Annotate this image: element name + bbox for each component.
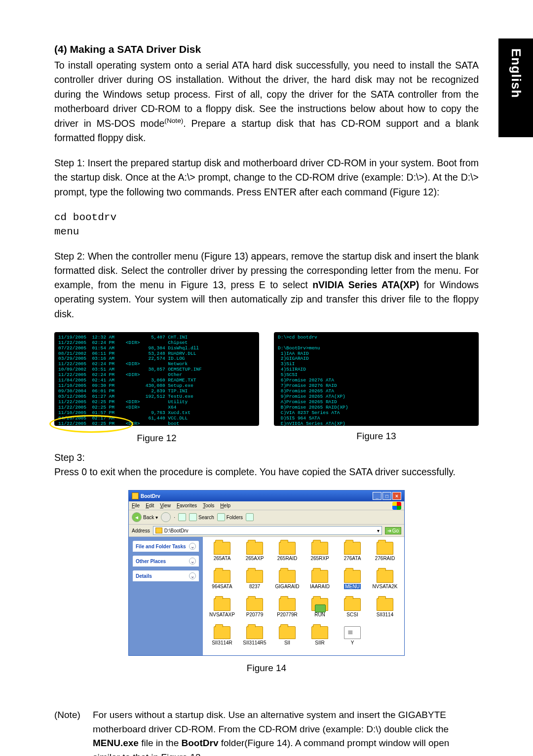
file-icon-265RAID[interactable]: 265RAID bbox=[272, 542, 303, 561]
file-icon-SII3114R[interactable]: SII3114R bbox=[207, 626, 237, 645]
divider-1: · bbox=[174, 515, 175, 520]
file-icon-P20779R[interactable]: P20779R bbox=[272, 598, 303, 617]
forward-button[interactable] bbox=[161, 512, 171, 522]
folders-label: Folders bbox=[227, 515, 243, 520]
cmd-line-2: menu bbox=[54, 225, 479, 239]
step2-text-c: to select bbox=[266, 279, 313, 290]
file-label: 276RAID bbox=[375, 556, 395, 561]
file-icon-SII3114[interactable]: SII3114 bbox=[370, 598, 400, 617]
file-icon-RUN[interactable]: RUN bbox=[305, 598, 335, 617]
view-mode-button[interactable] bbox=[246, 513, 254, 521]
go-label: Go bbox=[392, 528, 399, 533]
file-icon-SIIR[interactable]: SIIR bbox=[305, 626, 335, 645]
tasks-pane: File and Folder Tasks⌄ Other Places⌄ Det… bbox=[129, 537, 203, 655]
address-path: D:\BootDrv bbox=[164, 528, 189, 533]
up-icon[interactable] bbox=[178, 513, 186, 521]
folder-icon bbox=[214, 542, 230, 555]
file-icon-IAARAID[interactable]: IAARAID bbox=[305, 570, 335, 589]
folders-button[interactable]: Folders bbox=[217, 513, 243, 521]
file-icon-MENU[interactable]: MENU bbox=[337, 570, 368, 589]
menu-view[interactable]: View bbox=[160, 503, 171, 508]
menu-help[interactable]: Help bbox=[220, 503, 230, 508]
file-icon-Y[interactable]: Y bbox=[337, 626, 368, 645]
maximize-button[interactable]: □ bbox=[382, 492, 391, 500]
file-icon-265AXP[interactable]: 265AXP bbox=[239, 542, 270, 561]
ini-icon bbox=[344, 626, 361, 639]
address-field[interactable]: D:\BootDrv ▾ bbox=[153, 526, 382, 535]
note-text: For users without a startup disk. Use an… bbox=[93, 708, 479, 756]
back-arrow-icon: ◄ bbox=[132, 512, 142, 522]
file-label: NVSATAXP bbox=[209, 612, 235, 617]
file-label: GIGARAID bbox=[275, 584, 300, 589]
folder-icon bbox=[246, 570, 263, 583]
menu-file[interactable]: File bbox=[132, 503, 140, 508]
file-label: Y bbox=[351, 640, 354, 645]
file-label: MENU bbox=[344, 584, 360, 589]
figures-row: 11/19/2005 12:32 AM 5,407 CHT.INI 11/22/… bbox=[54, 332, 479, 444]
file-label: P20779 bbox=[246, 612, 263, 617]
figure12-caption: Figure 12 bbox=[54, 433, 259, 444]
chevron-icon[interactable]: ⌄ bbox=[189, 543, 196, 550]
address-dropdown-icon[interactable]: ▾ bbox=[377, 528, 380, 533]
file-label: P20779R bbox=[277, 612, 298, 617]
search-button[interactable]: Search bbox=[189, 513, 214, 521]
folder-icon bbox=[279, 626, 296, 639]
folder-mini-icon bbox=[155, 528, 162, 533]
folder-icon bbox=[246, 542, 263, 555]
menu-edit[interactable]: Edit bbox=[146, 503, 154, 508]
file-icon-964SATA[interactable]: 964SATA bbox=[207, 570, 237, 589]
address-label: Address bbox=[132, 528, 150, 533]
file-icon-276ATA[interactable]: 276ATA bbox=[337, 542, 368, 561]
step1-paragraph: Step 1: Insert the prepared startup disk… bbox=[54, 156, 479, 199]
file-label: RUN bbox=[314, 612, 325, 617]
folder-icon bbox=[279, 598, 296, 611]
folder-icon bbox=[377, 570, 393, 583]
file-icon-SII[interactable]: SII bbox=[272, 626, 303, 645]
file-icon-P20779[interactable]: P20779 bbox=[239, 598, 270, 617]
note-b: file in the bbox=[139, 738, 182, 748]
go-button[interactable]: ➔ Go bbox=[385, 527, 401, 534]
folder-icon bbox=[344, 542, 361, 555]
search-label: Search bbox=[198, 515, 214, 520]
menu-favorites[interactable]: Favorites bbox=[177, 503, 197, 508]
figure-12: 11/19/2005 12:32 AM 5,407 CHT.INI 11/22/… bbox=[54, 332, 259, 444]
minimize-button[interactable]: _ bbox=[373, 492, 381, 500]
file-label: IAARAID bbox=[310, 584, 330, 589]
figure13-dos-window: D:\>cd bootdrv D:\BootDrv>menu 1)IAA RAI… bbox=[274, 332, 479, 426]
windows-logo-icon bbox=[392, 502, 401, 510]
file-label: SII3114 bbox=[377, 612, 393, 617]
chevron-icon[interactable]: ⌄ bbox=[189, 558, 196, 565]
other-places-panel[interactable]: Other Places⌄ bbox=[133, 556, 199, 567]
menu-bar: File Edit View Favorites Tools Help bbox=[129, 501, 404, 510]
file-icon-NVSATA2K[interactable]: NVSATA2K bbox=[370, 570, 400, 589]
folder-icon bbox=[214, 570, 230, 583]
window-titlebar[interactable]: BootDrv _ □ × bbox=[129, 491, 404, 501]
file-icon-NVSATAXP[interactable]: NVSATAXP bbox=[207, 598, 237, 617]
note-label: (Note) bbox=[54, 708, 84, 756]
file-icon-GIGARAID[interactable]: GIGARAID bbox=[272, 570, 303, 589]
chevron-icon[interactable]: ⌄ bbox=[189, 572, 196, 579]
address-bar: Address D:\BootDrv ▾ ➔ Go bbox=[129, 525, 404, 537]
file-label: SII3114R bbox=[212, 640, 232, 645]
file-icon-265ATA[interactable]: 265ATA bbox=[207, 542, 237, 561]
explorer-window: BootDrv _ □ × File Edit View Favorites T… bbox=[128, 490, 405, 656]
file-icon-276RAID[interactable]: 276RAID bbox=[370, 542, 400, 561]
file-icon-265RXP[interactable]: 265RXP bbox=[305, 542, 335, 561]
step3-label: Step 3: bbox=[54, 451, 479, 465]
menu-tools[interactable]: Tools bbox=[203, 503, 214, 508]
folder-icon bbox=[279, 542, 296, 555]
step2-bold: nVIDIA Series ATA(XP) bbox=[312, 279, 419, 290]
file-folder-tasks-panel[interactable]: File and Folder Tasks⌄ bbox=[133, 541, 199, 552]
folder-icon bbox=[132, 492, 139, 499]
details-panel[interactable]: Details⌄ bbox=[133, 570, 199, 581]
file-icon-SII3114R5[interactable]: SII3114R5 bbox=[239, 626, 270, 645]
step3-text: Press 0 to exit when the procedure is co… bbox=[54, 465, 479, 479]
file-icon-SCSI[interactable]: SCSI bbox=[337, 598, 368, 617]
back-button[interactable]: ◄Back ▾ bbox=[132, 512, 158, 522]
window-title: BootDrv bbox=[141, 493, 160, 499]
file-icon-8237[interactable]: 8237 bbox=[239, 570, 270, 589]
close-button[interactable]: × bbox=[392, 492, 401, 500]
toolbar: ◄Back ▾ · Search Folders bbox=[129, 510, 404, 525]
file-label: SII3114R5 bbox=[243, 640, 266, 645]
cmd-line-1: cd bootdrv bbox=[54, 210, 479, 225]
